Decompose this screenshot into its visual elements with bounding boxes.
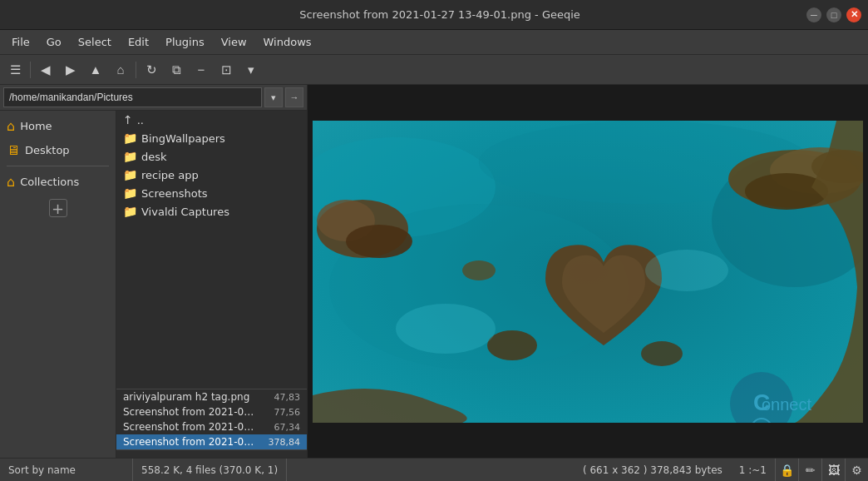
more-btn[interactable]: ▾ bbox=[239, 58, 263, 82]
sort-section[interactable]: Sort by name bbox=[0, 459, 133, 481]
image-info-section: ( 661 x 362 ) 378,843 bytes bbox=[575, 459, 731, 481]
file-row[interactable]: Screenshot from 2021-01-22 12-02-11.png6… bbox=[116, 419, 307, 434]
svg-text:onnect: onnect bbox=[762, 395, 811, 414]
bookmark-divider bbox=[7, 166, 109, 166]
folder-item[interactable]: 📁BingWallpapers bbox=[116, 129, 307, 147]
menu-item-go[interactable]: Go bbox=[38, 32, 70, 52]
bookmark-collections[interactable]: ⌂ Collections bbox=[0, 170, 116, 194]
title-bar: Screenshot from 2021-01-27 13-49-01.png … bbox=[0, 0, 868, 30]
file-size: 378,84 bbox=[259, 437, 300, 448]
parent-folder-label: .. bbox=[137, 114, 144, 126]
home-icon: ⌂ bbox=[7, 118, 15, 134]
image-view: C onnect bbox=[308, 85, 868, 458]
zoom-out-btn[interactable]: − bbox=[190, 58, 213, 82]
address-bar: ▾ → bbox=[0, 85, 307, 111]
side-content: ⌂ Home 🖥 Desktop ⌂ Collections + bbox=[0, 111, 307, 458]
menu-item-plugins[interactable]: Plugins bbox=[157, 32, 213, 52]
zoom-fit-btn[interactable]: ⊡ bbox=[215, 58, 238, 82]
minimize-button[interactable]: ─ bbox=[806, 7, 821, 22]
menu-item-edit[interactable]: Edit bbox=[120, 32, 157, 52]
folder-icon: 📁 bbox=[123, 150, 137, 163]
bookmarks-panel: ⌂ Home 🖥 Desktop ⌂ Collections + bbox=[0, 111, 116, 458]
image-panel: C onnect bbox=[308, 85, 868, 458]
window-title: Screenshot from 2021-01-27 13-49-01.png … bbox=[73, 8, 806, 21]
folder-icon: 📁 bbox=[123, 205, 137, 218]
up-btn[interactable]: ▲ bbox=[84, 58, 107, 82]
file-size: 47,83 bbox=[259, 392, 300, 403]
parent-folder[interactable]: ↑ .. bbox=[116, 111, 307, 129]
folder-item[interactable]: 📁Screenshots bbox=[116, 184, 307, 202]
slideshow-btn[interactable]: 🖼 bbox=[821, 459, 845, 482]
file-browser: ↑ .. 📁BingWallpapers📁desk📁recipe app📁Scr… bbox=[116, 111, 307, 389]
bookmark-collections-label: Collections bbox=[20, 176, 79, 188]
folder-item[interactable]: 📁Vivaldi Captures bbox=[116, 202, 307, 221]
status-bar: Sort by name 558.2 K, 4 files (370.0 K, … bbox=[0, 458, 868, 481]
address-input[interactable] bbox=[3, 87, 262, 107]
svg-point-10 bbox=[745, 173, 828, 210]
menu-bar: FileGoSelectEditPluginsViewWindows bbox=[0, 30, 868, 55]
svg-point-13 bbox=[641, 341, 683, 366]
svg-point-12 bbox=[487, 330, 537, 360]
menu-item-select[interactable]: Select bbox=[70, 32, 120, 52]
home-btn[interactable]: ⌂ bbox=[109, 58, 132, 82]
bookmark-desktop[interactable]: 🖥 Desktop bbox=[0, 138, 116, 162]
menu-item-view[interactable]: View bbox=[213, 32, 255, 52]
folder-name: Screenshots bbox=[141, 187, 208, 200]
folder-name: BingWallpapers bbox=[141, 132, 225, 145]
file-row[interactable]: ariviyalpuram h2 tag.png47,83 bbox=[116, 389, 307, 404]
svg-point-21 bbox=[645, 250, 728, 291]
svg-point-7 bbox=[346, 225, 412, 258]
add-bookmark-button[interactable]: + bbox=[0, 194, 116, 222]
file-summary-section: 558.2 K, 4 files (370.0 K, 1) bbox=[133, 459, 287, 481]
image-content: C onnect bbox=[313, 121, 863, 423]
file-list: ariviyalpuram h2 tag.png47,83Screenshot … bbox=[116, 389, 307, 449]
svg-point-20 bbox=[396, 304, 496, 354]
zoom-section: 1 :~1 bbox=[731, 459, 775, 481]
edit-btn[interactable]: ✏ bbox=[798, 459, 821, 482]
panels-btn[interactable]: ☰ bbox=[3, 58, 27, 82]
folder-icon: 📁 bbox=[123, 131, 137, 145]
file-name: Screenshot from 2021-01-27 13-49-01.png bbox=[123, 436, 259, 448]
file-row[interactable]: Screenshot from 2021-01-27 13-49-01.png3… bbox=[116, 434, 307, 449]
image-info: ( 661 x 362 ) 378,843 bytes bbox=[583, 464, 723, 476]
zoom-info: 1 :~1 bbox=[739, 464, 767, 476]
folder-name: recipe app bbox=[141, 169, 199, 181]
svg-point-14 bbox=[462, 260, 496, 280]
file-name: Screenshot from 2021-01-22 12-02-11.png bbox=[123, 421, 259, 433]
folder-name: Vivaldi Captures bbox=[141, 206, 229, 218]
back-btn[interactable]: ◀ bbox=[34, 58, 57, 82]
toolbar-separator-1 bbox=[30, 62, 31, 78]
desktop-icon: 🖥 bbox=[7, 142, 20, 158]
bookmark-desktop-label: Desktop bbox=[25, 144, 70, 156]
folder-icon: 📁 bbox=[123, 186, 137, 200]
horizontal-scrollbar[interactable] bbox=[116, 449, 307, 458]
bookmark-home-label: Home bbox=[20, 120, 52, 132]
folder-item[interactable]: 📁recipe app bbox=[116, 166, 307, 184]
close-button[interactable]: ✕ bbox=[846, 7, 861, 22]
file-size: 77,56 bbox=[259, 407, 300, 418]
address-dropdown-btn[interactable]: ▾ bbox=[264, 87, 283, 107]
left-panel: ▾ → ⌂ Home 🖥 Desktop ⌂ Collections bbox=[0, 85, 308, 458]
file-name: ariviyalpuram h2 tag.png bbox=[123, 391, 259, 403]
window-controls: ─ □ ✕ bbox=[806, 7, 861, 22]
folder-item[interactable]: 📁desk bbox=[116, 147, 307, 166]
main-layout: ▾ → ⌂ Home 🖥 Desktop ⌂ Collections bbox=[0, 85, 868, 458]
file-name: Screenshot from 2021-01-12 18-46-41.png bbox=[123, 406, 259, 418]
maximize-button[interactable]: □ bbox=[826, 7, 841, 22]
menu-item-windows[interactable]: Windows bbox=[255, 32, 320, 52]
forward-btn[interactable]: ▶ bbox=[59, 58, 82, 82]
menu-item-file[interactable]: File bbox=[3, 32, 38, 52]
parent-folder-icon: ↑ bbox=[123, 113, 133, 126]
file-size: 67,34 bbox=[259, 422, 300, 433]
folder-name: desk bbox=[141, 151, 167, 163]
folder-icon: 📁 bbox=[123, 168, 137, 181]
copy-btn[interactable]: ⧉ bbox=[165, 58, 188, 82]
file-row[interactable]: Screenshot from 2021-01-12 18-46-41.png7… bbox=[116, 404, 307, 419]
address-go-btn[interactable]: → bbox=[285, 87, 303, 107]
bookmark-home[interactable]: ⌂ Home bbox=[0, 114, 116, 138]
lock-btn[interactable]: 🔒 bbox=[775, 459, 798, 482]
file-summary: 558.2 K, 4 files (370.0 K, 1) bbox=[141, 464, 278, 476]
refresh-btn[interactable]: ↻ bbox=[140, 58, 163, 82]
toolbar: ☰◀▶▲⌂↻⧉−⊡▾ bbox=[0, 55, 868, 85]
settings-btn[interactable]: ⚙ bbox=[845, 459, 868, 482]
